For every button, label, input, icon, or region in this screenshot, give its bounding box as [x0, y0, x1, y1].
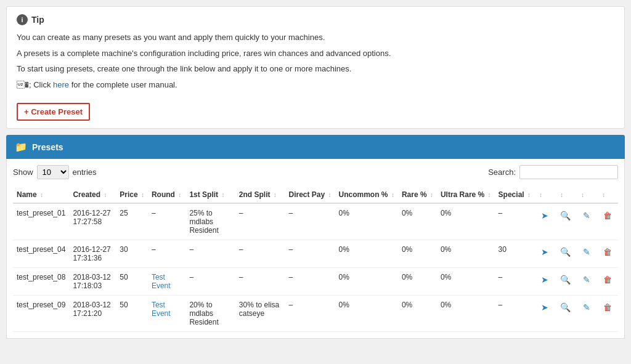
- tip-line-1: You can create as many presets as you wa…: [17, 31, 614, 44]
- col-direct-pay: Direct Pay ↕: [285, 187, 335, 203]
- cell-ultra-rare: 0%: [437, 203, 495, 240]
- sort-icon-ultra-rare[interactable]: ↕: [488, 192, 491, 198]
- col-action3: ↕: [576, 187, 597, 203]
- presets-section-header: 📁 Presets: [6, 135, 625, 159]
- section-title: Presets: [32, 142, 63, 152]
- manual-link[interactable]: here: [53, 80, 69, 89]
- cell-round: Test Event: [148, 268, 186, 296]
- table-row: test_preset_04 2016-12-27 17:31:36 30 – …: [13, 240, 618, 268]
- cell-send: ➤: [534, 240, 555, 268]
- round-link[interactable]: Test Event: [152, 273, 171, 290]
- sort-icon-split2[interactable]: ↕: [274, 192, 277, 198]
- sort-icon-a2[interactable]: ↕: [560, 192, 563, 198]
- cell-name: test_preset_04: [13, 240, 69, 268]
- cell-split1: 25% to mdlabs Resident: [185, 203, 235, 240]
- cell-uncommon: 0%: [335, 203, 398, 240]
- col-split1: 1st Split ↕: [185, 187, 235, 203]
- cell-split2: –: [235, 203, 285, 240]
- sort-icon-uncommon[interactable]: ↕: [391, 192, 394, 198]
- delete-icon[interactable]: 🗑: [601, 209, 614, 222]
- delete-icon[interactable]: 🗑: [601, 245, 614, 259]
- sort-icon-created[interactable]: ↕: [104, 192, 107, 198]
- cell-rare: 0%: [398, 240, 437, 268]
- cell-rare: 0%: [398, 296, 437, 332]
- info-icon: i: [17, 14, 28, 25]
- search-input[interactable]: [519, 165, 618, 179]
- cell-uncommon: 0%: [335, 296, 398, 332]
- round-value: –: [152, 209, 156, 217]
- sort-icon-a1[interactable]: ↕: [539, 192, 542, 198]
- search-icon[interactable]: 🔍: [559, 301, 572, 314]
- cell-search: 🔍: [555, 268, 576, 296]
- tip-line-4: �; Click here for the complete user manu…: [17, 79, 614, 91]
- send-icon[interactable]: ➤: [538, 209, 552, 222]
- delete-icon[interactable]: 🗑: [601, 273, 614, 286]
- tip-line-3: To start using presets, create one throu…: [17, 63, 614, 75]
- col-ultra-rare: Ultra Rare % ↕: [437, 187, 495, 203]
- entries-label: entries: [73, 168, 97, 177]
- sort-icon-round[interactable]: ↕: [178, 192, 181, 198]
- edit-icon[interactable]: ✎: [580, 245, 593, 259]
- search-icon[interactable]: 🔍: [559, 273, 572, 286]
- sort-icon-a4[interactable]: ↕: [602, 192, 605, 198]
- table-row: test_preset_08 2018-03-12 17:18:03 50 Te…: [13, 268, 618, 296]
- round-value: –: [152, 245, 156, 254]
- sort-icon-rare[interactable]: ↕: [430, 192, 433, 198]
- search-icon[interactable]: 🔍: [559, 209, 572, 222]
- cell-search: 🔍: [555, 240, 576, 268]
- sort-icon-a3[interactable]: ↕: [581, 192, 584, 198]
- cell-edit: ✎: [576, 240, 597, 268]
- cell-edit: ✎: [576, 296, 597, 332]
- col-action4: ↕: [597, 187, 618, 203]
- cell-split1: –: [185, 240, 235, 268]
- tip-box: i Tip You can create as many presets as …: [6, 6, 625, 129]
- search-icon[interactable]: 🔍: [559, 245, 572, 259]
- cell-ultra-rare: 0%: [437, 296, 495, 332]
- cell-split2: –: [235, 268, 285, 296]
- cell-delete: 🗑: [597, 296, 618, 332]
- send-icon[interactable]: ➤: [538, 273, 552, 286]
- table-head: Name ↕ Created ↕ Price ↕ Round ↕ 1st Spl…: [13, 187, 618, 203]
- cell-special: –: [495, 268, 534, 296]
- cell-search: 🔍: [555, 203, 576, 240]
- col-price: Price ↕: [116, 187, 148, 203]
- create-preset-button[interactable]: + Create Preset: [17, 103, 90, 121]
- cell-edit: ✎: [576, 268, 597, 296]
- cell-round: –: [148, 240, 186, 268]
- sort-icon-price[interactable]: ↕: [141, 192, 144, 198]
- cell-round: –: [148, 203, 186, 240]
- cell-created: 2018-03-12 17:21:20: [69, 296, 116, 332]
- cell-rare: 0%: [398, 268, 437, 296]
- cell-split2: –: [235, 240, 285, 268]
- col-rare: Rare % ↕: [398, 187, 437, 203]
- edit-icon[interactable]: ✎: [580, 273, 593, 286]
- cell-created: 2016-12-27 17:27:58: [69, 203, 116, 240]
- search-label: Search:: [488, 168, 516, 177]
- show-entries: Show 10 25 50 100 entries: [13, 165, 97, 179]
- sort-icon-special[interactable]: ↕: [527, 192, 531, 198]
- delete-icon[interactable]: 🗑: [601, 301, 614, 314]
- cell-delete: 🗑: [597, 268, 618, 296]
- col-round: Round ↕: [148, 187, 186, 203]
- cell-split1: –: [185, 268, 235, 296]
- cell-special: –: [495, 296, 534, 332]
- cell-price: 50: [116, 268, 148, 296]
- col-uncommon: Uncommon % ↕: [335, 187, 398, 203]
- col-name: Name ↕: [13, 187, 69, 203]
- cell-rare: 0%: [398, 203, 437, 240]
- table-wrapper: Show 10 25 50 100 entries Search: Name ↕…: [6, 159, 625, 339]
- edit-icon[interactable]: ✎: [580, 301, 593, 314]
- sort-icon-split1[interactable]: ↕: [221, 192, 224, 198]
- header-row: Name ↕ Created ↕ Price ↕ Round ↕ 1st Spl…: [13, 187, 618, 203]
- cell-name: test_preset_09: [13, 296, 69, 332]
- sort-icon-direct-pay[interactable]: ↕: [328, 192, 332, 198]
- round-link[interactable]: Test Event: [152, 301, 171, 318]
- cell-split2: 30% to elisa catseye: [235, 296, 285, 332]
- edit-icon[interactable]: ✎: [580, 209, 593, 222]
- send-icon[interactable]: ➤: [538, 301, 552, 314]
- send-icon[interactable]: ➤: [538, 245, 552, 259]
- entries-select[interactable]: 10 25 50 100: [37, 165, 69, 179]
- cell-name: test_preset_01: [13, 203, 69, 240]
- cell-send: ➤: [534, 268, 555, 296]
- sort-icon-name[interactable]: ↕: [40, 192, 43, 198]
